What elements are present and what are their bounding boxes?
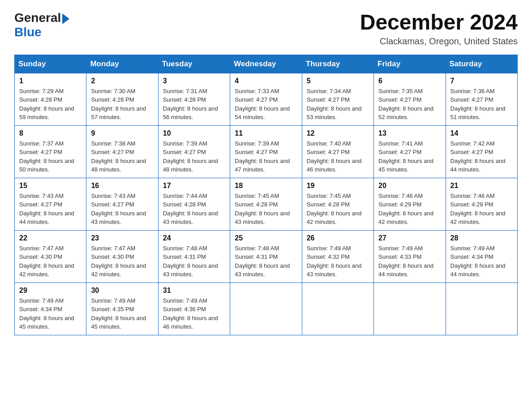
day-number: 16 — [91, 182, 153, 190]
day-info: Sunrise: 7:34 AM Sunset: 4:27 PM Dayligh… — [307, 87, 369, 122]
calendar-cell: 4 Sunrise: 7:33 AM Sunset: 4:27 PM Dayli… — [230, 73, 302, 125]
day-number: 18 — [235, 182, 297, 190]
calendar-cell: 22 Sunrise: 7:47 AM Sunset: 4:30 PM Dayl… — [15, 230, 86, 283]
weekday-header-tuesday: Tuesday — [158, 55, 230, 73]
day-number: 12 — [307, 129, 369, 137]
calendar-cell: 8 Sunrise: 7:37 AM Sunset: 4:27 PM Dayli… — [15, 125, 86, 178]
calendar-cell — [230, 283, 302, 335]
day-info: Sunrise: 7:45 AM Sunset: 4:28 PM Dayligh… — [235, 192, 297, 227]
day-info: Sunrise: 7:44 AM Sunset: 4:28 PM Dayligh… — [163, 192, 225, 227]
day-number: 5 — [307, 77, 369, 85]
weekday-header-thursday: Thursday — [302, 55, 373, 73]
day-info: Sunrise: 7:46 AM Sunset: 4:29 PM Dayligh… — [450, 192, 513, 227]
day-number: 30 — [91, 287, 153, 295]
calendar-cell: 16 Sunrise: 7:43 AM Sunset: 4:27 PM Dayl… — [86, 178, 158, 230]
day-info: Sunrise: 7:49 AM Sunset: 4:35 PM Dayligh… — [91, 296, 153, 331]
calendar-cell: 13 Sunrise: 7:41 AM Sunset: 4:27 PM Dayl… — [374, 125, 446, 178]
calendar-cell: 3 Sunrise: 7:31 AM Sunset: 4:28 PM Dayli… — [158, 73, 230, 125]
weekday-header-monday: Monday — [86, 55, 158, 73]
day-info: Sunrise: 7:49 AM Sunset: 4:32 PM Dayligh… — [307, 244, 369, 279]
calendar-cell: 14 Sunrise: 7:42 AM Sunset: 4:27 PM Dayl… — [446, 125, 517, 178]
calendar-week-row: 15 Sunrise: 7:43 AM Sunset: 4:27 PM Dayl… — [15, 178, 518, 230]
calendar-cell: 10 Sunrise: 7:39 AM Sunset: 4:27 PM Dayl… — [158, 125, 230, 178]
day-info: Sunrise: 7:40 AM Sunset: 4:27 PM Dayligh… — [307, 139, 369, 174]
day-info: Sunrise: 7:49 AM Sunset: 4:34 PM Dayligh… — [450, 244, 513, 279]
calendar-cell: 19 Sunrise: 7:45 AM Sunset: 4:28 PM Dayl… — [302, 178, 373, 230]
logo-general-text: General — [14, 11, 61, 25]
day-number: 7 — [450, 77, 513, 85]
day-number: 22 — [19, 234, 82, 242]
day-info: Sunrise: 7:37 AM Sunset: 4:27 PM Dayligh… — [19, 139, 82, 174]
weekday-header-row: SundayMondayTuesdayWednesdayThursdayFrid… — [15, 55, 518, 73]
day-number: 14 — [450, 129, 513, 137]
day-number: 21 — [450, 182, 513, 190]
day-info: Sunrise: 7:30 AM Sunset: 4:28 PM Dayligh… — [91, 87, 153, 122]
day-info: Sunrise: 7:49 AM Sunset: 4:34 PM Dayligh… — [19, 296, 82, 331]
calendar-cell: 29 Sunrise: 7:49 AM Sunset: 4:34 PM Dayl… — [15, 283, 86, 335]
day-info: Sunrise: 7:45 AM Sunset: 4:28 PM Dayligh… — [307, 192, 369, 227]
day-info: Sunrise: 7:35 AM Sunset: 4:27 PM Dayligh… — [378, 87, 441, 122]
logo-arrow-icon — [62, 13, 69, 24]
day-number: 17 — [163, 182, 225, 190]
weekday-header-friday: Friday — [374, 55, 446, 73]
day-number: 9 — [91, 129, 153, 137]
day-info: Sunrise: 7:48 AM Sunset: 4:31 PM Dayligh… — [163, 244, 225, 279]
calendar-cell: 17 Sunrise: 7:44 AM Sunset: 4:28 PM Dayl… — [158, 178, 230, 230]
day-number: 15 — [19, 182, 82, 190]
day-info: Sunrise: 7:39 AM Sunset: 4:27 PM Dayligh… — [235, 139, 297, 174]
day-info: Sunrise: 7:36 AM Sunset: 4:27 PM Dayligh… — [450, 87, 513, 122]
day-number: 2 — [91, 77, 153, 85]
calendar-cell: 20 Sunrise: 7:46 AM Sunset: 4:29 PM Dayl… — [374, 178, 446, 230]
calendar-cell: 24 Sunrise: 7:48 AM Sunset: 4:31 PM Dayl… — [158, 230, 230, 283]
calendar-week-row: 22 Sunrise: 7:47 AM Sunset: 4:30 PM Dayl… — [15, 230, 518, 283]
calendar-cell — [446, 283, 517, 335]
day-number: 29 — [19, 287, 82, 295]
calendar-week-row: 29 Sunrise: 7:49 AM Sunset: 4:34 PM Dayl… — [15, 283, 518, 335]
day-number: 13 — [378, 129, 441, 137]
calendar-cell: 11 Sunrise: 7:39 AM Sunset: 4:27 PM Dayl… — [230, 125, 302, 178]
calendar-cell: 1 Sunrise: 7:29 AM Sunset: 4:28 PM Dayli… — [15, 73, 86, 125]
location-title: Clackamas, Oregon, United States — [360, 36, 518, 47]
day-number: 10 — [163, 129, 225, 137]
calendar-cell: 9 Sunrise: 7:38 AM Sunset: 4:27 PM Dayli… — [86, 125, 158, 178]
day-number: 24 — [163, 234, 225, 242]
logo-blue-text: Blue — [14, 25, 42, 39]
day-info: Sunrise: 7:31 AM Sunset: 4:28 PM Dayligh… — [163, 87, 225, 122]
calendar-cell: 18 Sunrise: 7:45 AM Sunset: 4:28 PM Dayl… — [230, 178, 302, 230]
day-number: 1 — [19, 77, 82, 85]
day-number: 27 — [378, 234, 441, 242]
day-info: Sunrise: 7:49 AM Sunset: 4:33 PM Dayligh… — [378, 244, 441, 279]
day-number: 19 — [307, 182, 369, 190]
day-info: Sunrise: 7:47 AM Sunset: 4:30 PM Dayligh… — [19, 244, 82, 279]
calendar-cell — [374, 283, 446, 335]
calendar-cell: 25 Sunrise: 7:48 AM Sunset: 4:31 PM Dayl… — [230, 230, 302, 283]
day-number: 3 — [163, 77, 225, 85]
day-info: Sunrise: 7:38 AM Sunset: 4:27 PM Dayligh… — [91, 139, 153, 174]
calendar-cell: 5 Sunrise: 7:34 AM Sunset: 4:27 PM Dayli… — [302, 73, 373, 125]
day-info: Sunrise: 7:49 AM Sunset: 4:36 PM Dayligh… — [163, 296, 225, 331]
calendar-table: SundayMondayTuesdayWednesdayThursdayFrid… — [14, 55, 518, 335]
day-info: Sunrise: 7:33 AM Sunset: 4:27 PM Dayligh… — [235, 87, 297, 122]
day-number: 28 — [450, 234, 513, 242]
day-info: Sunrise: 7:29 AM Sunset: 4:28 PM Dayligh… — [19, 87, 82, 122]
day-info: Sunrise: 7:42 AM Sunset: 4:27 PM Dayligh… — [450, 139, 513, 174]
weekday-header-saturday: Saturday — [446, 55, 517, 73]
day-info: Sunrise: 7:43 AM Sunset: 4:27 PM Dayligh… — [19, 192, 82, 227]
day-info: Sunrise: 7:48 AM Sunset: 4:31 PM Dayligh… — [235, 244, 297, 279]
logo: General Blue — [14, 11, 69, 39]
day-number: 31 — [163, 287, 225, 295]
day-number: 4 — [235, 77, 297, 85]
calendar-week-row: 1 Sunrise: 7:29 AM Sunset: 4:28 PM Dayli… — [15, 73, 518, 125]
calendar-cell: 23 Sunrise: 7:47 AM Sunset: 4:30 PM Dayl… — [86, 230, 158, 283]
day-info: Sunrise: 7:46 AM Sunset: 4:29 PM Dayligh… — [378, 192, 441, 227]
day-info: Sunrise: 7:43 AM Sunset: 4:27 PM Dayligh… — [91, 192, 153, 227]
weekday-header-wednesday: Wednesday — [230, 55, 302, 73]
calendar-cell: 12 Sunrise: 7:40 AM Sunset: 4:27 PM Dayl… — [302, 125, 373, 178]
day-number: 8 — [19, 129, 82, 137]
calendar-cell: 21 Sunrise: 7:46 AM Sunset: 4:29 PM Dayl… — [446, 178, 517, 230]
weekday-header-sunday: Sunday — [15, 55, 86, 73]
day-number: 20 — [378, 182, 441, 190]
calendar-cell: 6 Sunrise: 7:35 AM Sunset: 4:27 PM Dayli… — [374, 73, 446, 125]
day-number: 6 — [378, 77, 441, 85]
day-number: 23 — [91, 234, 153, 242]
